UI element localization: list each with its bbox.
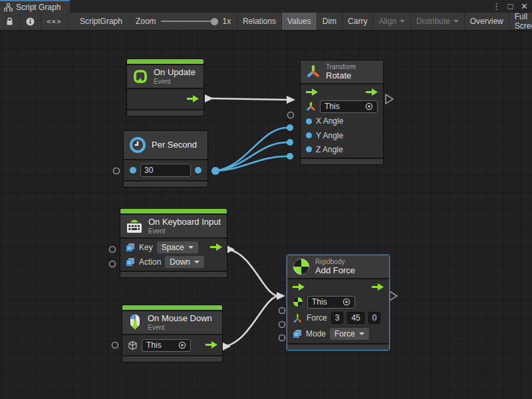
keyboard-key-socket[interactable] bbox=[110, 247, 116, 253]
rotate-target-field[interactable]: This bbox=[320, 100, 378, 113]
value-input-port[interactable] bbox=[130, 167, 136, 174]
zoom-slider[interactable] bbox=[161, 17, 218, 25]
align-dropdown[interactable]: Align bbox=[373, 13, 411, 30]
node-footer bbox=[120, 272, 227, 277]
control-output-port[interactable] bbox=[205, 339, 217, 351]
force-z-field[interactable]: 0 bbox=[368, 312, 381, 324]
control-input-port[interactable] bbox=[293, 281, 305, 293]
maximize-icon[interactable]: □ bbox=[505, 0, 515, 13]
persecond-input-socket[interactable] bbox=[114, 168, 120, 174]
per-second-value-field[interactable]: 30 bbox=[140, 164, 191, 177]
port-row-z-angle[interactable]: Z Angle bbox=[301, 142, 383, 156]
clock-icon bbox=[129, 136, 146, 154]
mode-dropdown[interactable]: Force bbox=[330, 328, 369, 340]
event-color-bar bbox=[120, 209, 227, 213]
lock-button[interactable] bbox=[0, 13, 20, 30]
mouse-target-field[interactable]: This bbox=[142, 339, 191, 352]
node-title: Per Second bbox=[152, 140, 197, 150]
rotate-target-socket[interactable] bbox=[288, 112, 294, 118]
control-output-port[interactable] bbox=[366, 86, 378, 98]
enum-icon bbox=[126, 257, 135, 267]
zoom-slider-knob[interactable] bbox=[211, 18, 218, 25]
close-icon[interactable]: ✕ bbox=[519, 0, 529, 13]
keyboard-action-socket[interactable] bbox=[110, 261, 116, 267]
addforce-mode-socket[interactable] bbox=[279, 335, 285, 341]
wire-start-triangle bbox=[223, 342, 231, 350]
rotate-exit-socket[interactable] bbox=[386, 94, 393, 104]
value-output-port[interactable] bbox=[195, 167, 201, 174]
wire-persecond-to-xangle bbox=[215, 128, 287, 171]
target-value: This bbox=[146, 340, 162, 350]
node-header: On Mouse Down Event bbox=[122, 311, 222, 334]
wire-persecond-to-yangle bbox=[215, 142, 287, 171]
mode-label: Mode bbox=[306, 329, 326, 338]
graph-name-label: ScriptGraph bbox=[80, 17, 122, 26]
port-row-x-angle[interactable]: X Angle bbox=[301, 114, 383, 128]
relations-toggle[interactable]: Relations bbox=[237, 13, 282, 30]
wire-mouse-to-addforce bbox=[225, 296, 277, 346]
zoom-control: Zoom 1x bbox=[136, 17, 231, 26]
control-input-port[interactable] bbox=[306, 86, 318, 98]
code-icon: <×> bbox=[47, 17, 62, 26]
xangle-input-socket[interactable] bbox=[287, 124, 293, 131]
node-on-mouse-down[interactable]: On Mouse Down Event This bbox=[122, 305, 223, 362]
distribute-dropdown[interactable]: Distribute bbox=[411, 13, 465, 30]
field-value: 45 bbox=[351, 313, 360, 323]
wire-start-triangle bbox=[205, 94, 213, 102]
carry-toggle[interactable]: Carry bbox=[342, 13, 373, 30]
dim-toggle[interactable]: Dim bbox=[317, 13, 342, 30]
keyboard-key-row: Key Space bbox=[120, 240, 227, 255]
fullscreen-button[interactable]: Full Screen bbox=[509, 13, 532, 30]
yangle-input-socket[interactable] bbox=[287, 139, 293, 146]
value-port-icon bbox=[306, 132, 312, 138]
port-label: Y Angle bbox=[316, 131, 343, 140]
object-picker-icon[interactable] bbox=[178, 341, 186, 349]
addforce-mode-row: Mode Force bbox=[287, 326, 389, 342]
enum-icon bbox=[293, 329, 302, 338]
node-on-keyboard-input[interactable]: On Keyboard Input Event Key Space bbox=[120, 208, 227, 278]
addforce-target-field[interactable]: This bbox=[307, 296, 355, 309]
mouse-target-socket[interactable] bbox=[112, 342, 118, 348]
tab-title: Script Graph bbox=[16, 3, 61, 12]
window-menu-icon[interactable]: ⋮ bbox=[491, 0, 501, 13]
zoom-label: Zoom bbox=[136, 17, 156, 26]
node-per-second[interactable]: Per Second 30 bbox=[123, 130, 208, 188]
zangle-input-socket[interactable] bbox=[287, 153, 293, 160]
object-picker-icon[interactable] bbox=[342, 298, 350, 306]
force-y-field[interactable]: 45 bbox=[347, 312, 364, 324]
node-rotate[interactable]: Transform Rotate bbox=[300, 60, 384, 165]
event-color-bar bbox=[127, 59, 203, 64]
addforce-target-socket[interactable] bbox=[279, 308, 285, 314]
node-footer bbox=[127, 110, 203, 116]
field-value: 0 bbox=[372, 313, 377, 323]
chevron-down-icon bbox=[188, 246, 194, 249]
cube-icon bbox=[128, 340, 138, 350]
persecond-output-socket[interactable] bbox=[211, 167, 219, 175]
values-toggle[interactable]: Values bbox=[282, 13, 317, 30]
tab-script-graph[interactable]: Script Graph bbox=[0, 0, 70, 13]
wire-arrowhead bbox=[287, 96, 295, 104]
key-dropdown[interactable]: Space bbox=[157, 241, 198, 253]
addforce-exit-socket[interactable] bbox=[390, 291, 397, 301]
edit-graph-button[interactable]: <×> bbox=[41, 13, 68, 30]
force-x-field[interactable]: 3 bbox=[331, 312, 344, 324]
addforce-force-socket[interactable] bbox=[279, 322, 285, 328]
field-value: 30 bbox=[144, 166, 153, 175]
field-value: 3 bbox=[335, 313, 340, 323]
target-value: This bbox=[325, 102, 340, 111]
control-output-port[interactable] bbox=[210, 241, 222, 253]
graph-canvas[interactable]: On Update Event Transform Rotate bbox=[0, 31, 532, 399]
node-add-force[interactable]: Rigidbody Add Force bbox=[287, 255, 390, 350]
action-dropdown[interactable]: Down bbox=[165, 256, 204, 268]
overview-button[interactable]: Overview bbox=[465, 13, 509, 30]
node-title: Add Force bbox=[315, 266, 355, 276]
node-footer bbox=[122, 356, 222, 362]
align-label: Align bbox=[378, 17, 396, 26]
object-picker-icon[interactable] bbox=[365, 102, 373, 110]
control-output-port[interactable] bbox=[187, 93, 199, 105]
node-on-update[interactable]: On Update Event bbox=[126, 59, 204, 116]
info-button[interactable] bbox=[20, 13, 41, 30]
control-output-port[interactable] bbox=[372, 281, 384, 293]
on-update-icon bbox=[132, 68, 148, 84]
port-row-y-angle[interactable]: Y Angle bbox=[301, 128, 383, 142]
